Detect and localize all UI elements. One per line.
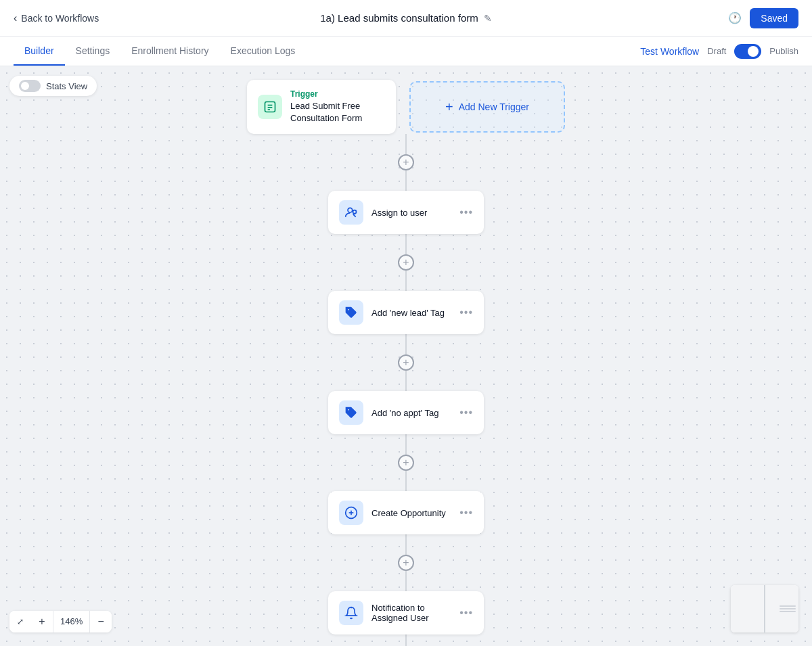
zoom-controls: ⤢ + 146% − [9, 611, 112, 632]
add-trigger-plus-icon: + [445, 99, 453, 115]
toggle-slider [734, 44, 761, 59]
connector-line-bottom [405, 271, 407, 291]
draft-publish-toggle[interactable] [734, 44, 761, 59]
workflow-canvas: Stats View Trigger Lead Submit Free Cons… [0, 66, 812, 646]
connector-3: + [398, 334, 414, 391]
assign-user-label: Assign to user [371, 208, 451, 218]
create-opportunity-label: Create Opportunity [371, 508, 451, 518]
create-opportunity-node[interactable]: Create Opportunity ••• [328, 491, 484, 534]
add-step-button-5[interactable]: + [398, 555, 414, 571]
minimap-lines [780, 605, 796, 612]
back-label: Back to Workflows [21, 13, 99, 24]
connector-line-top [405, 534, 407, 555]
notification-icon [339, 601, 363, 625]
tabs-bar: Builder Settings Enrollment History Exec… [0, 37, 812, 66]
trigger-label: Trigger [290, 89, 385, 99]
connector-line-bottom [405, 170, 407, 191]
saved-button[interactable]: Saved [750, 8, 798, 28]
connector-line-bottom [405, 471, 407, 491]
add-trigger-label: Add New Trigger [459, 101, 529, 112]
header-center: 1a) Lead submits consultation form ✎ [320, 12, 491, 24]
tab-execution-logs[interactable]: Execution Logs [220, 37, 307, 66]
notification-node[interactable]: Notification to Assigned User ••• [328, 591, 484, 635]
notification-label: Notification to Assigned User [371, 603, 451, 623]
draft-label: Draft [707, 46, 726, 56]
zoom-out-button[interactable]: − [90, 611, 112, 632]
tab-builder[interactable]: Builder [14, 37, 65, 66]
tabs-right: Test Workflow Draft Publish [640, 44, 798, 59]
no-appt-tag-icon [339, 400, 363, 425]
connector-line-top [405, 434, 407, 455]
svg-point-4 [348, 208, 353, 213]
connector-line-top [405, 234, 407, 254]
header-left: ‹ Back to Workflows [14, 12, 99, 24]
stats-toggle[interactable]: Stats View [9, 76, 97, 96]
add-step-button-4[interactable]: + [398, 455, 414, 471]
connector-line-top [405, 134, 407, 154]
minimap-inner [731, 585, 798, 632]
new-lead-tag-icon [339, 300, 363, 325]
connector-line-bottom [405, 571, 407, 591]
trigger-node[interactable]: Trigger Lead Submit Free Consultation Fo… [247, 80, 396, 134]
add-no-appt-tag-more-button[interactable]: ••• [459, 407, 473, 419]
history-icon[interactable]: 🕐 [728, 11, 742, 24]
edit-icon[interactable]: ✎ [484, 13, 492, 24]
add-new-lead-tag-label: Add 'new lead' Tag [371, 308, 451, 318]
add-step-button-3[interactable]: + [398, 354, 414, 371]
minimap [731, 585, 798, 632]
notification-more-button[interactable]: ••• [459, 607, 473, 619]
add-new-lead-tag-more-button[interactable]: ••• [459, 306, 473, 319]
fit-zoom-button[interactable]: ⤢ [9, 611, 31, 632]
back-arrow-icon: ‹ [14, 12, 17, 24]
connector-line-top [405, 334, 407, 354]
assign-to-user-node[interactable]: Assign to user ••• [328, 191, 484, 234]
create-opportunity-more-button[interactable]: ••• [459, 507, 473, 519]
add-new-lead-tag-node[interactable]: Add 'new lead' Tag ••• [328, 291, 484, 334]
svg-point-5 [353, 210, 357, 214]
header: ‹ Back to Workflows 1a) Lead submits con… [0, 0, 812, 37]
header-right: 🕐 Saved [728, 8, 798, 28]
add-step-button-2[interactable]: + [398, 254, 414, 271]
tab-settings[interactable]: Settings [65, 37, 121, 66]
trigger-description: Lead Submit Free Consultation Form [290, 100, 385, 124]
connector-2: + [398, 234, 414, 291]
back-button[interactable]: ‹ Back to Workflows [14, 12, 99, 24]
publish-label: Publish [769, 46, 798, 56]
assign-user-icon [339, 200, 363, 225]
trigger-text-block: Trigger Lead Submit Free Consultation Fo… [290, 89, 385, 124]
test-workflow-button[interactable]: Test Workflow [640, 46, 699, 57]
create-opportunity-icon [339, 501, 363, 525]
stats-view-toggle-switch[interactable] [19, 80, 41, 92]
workflow-title: 1a) Lead submits consultation form [320, 12, 478, 24]
workflow-area: Trigger Lead Submit Free Consultation Fo… [0, 66, 812, 646]
connector-5: + [398, 534, 414, 591]
connector-6: + [398, 635, 414, 646]
zoom-value: 146% [53, 611, 90, 632]
tabs-left: Builder Settings Enrollment History Exec… [14, 37, 306, 66]
connector-line-bottom [405, 371, 407, 391]
assign-user-more-button[interactable]: ••• [459, 206, 473, 218]
connector-4: + [398, 434, 414, 491]
connector-1: + [398, 134, 414, 191]
stats-slider [19, 80, 41, 92]
minimap-line [764, 585, 765, 632]
add-no-appt-tag-node[interactable]: Add 'no appt' Tag ••• [328, 391, 484, 434]
trigger-icon [258, 95, 282, 119]
add-step-button-1[interactable]: + [398, 154, 414, 170]
stats-view-label: Stats View [46, 81, 87, 91]
zoom-in-button[interactable]: + [31, 611, 53, 632]
connector-line-top [405, 635, 407, 646]
tab-enrollment-history[interactable]: Enrollment History [120, 37, 219, 66]
add-no-appt-tag-label: Add 'no appt' Tag [371, 408, 451, 418]
trigger-row: Trigger Lead Submit Free Consultation Fo… [247, 80, 565, 134]
add-new-trigger-button[interactable]: + Add New Trigger [409, 81, 565, 133]
